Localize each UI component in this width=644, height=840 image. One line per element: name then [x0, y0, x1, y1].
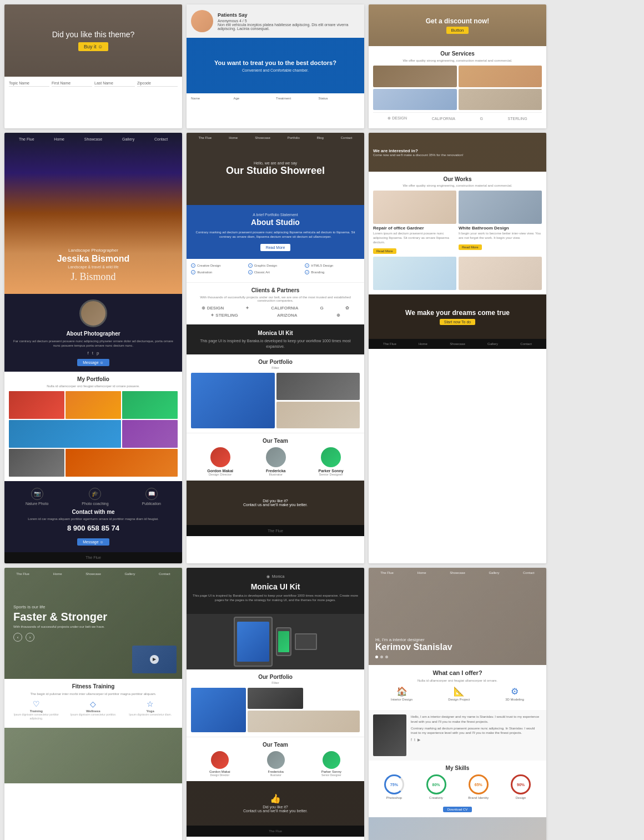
skills-cta-btn[interactable]: Download CV — [443, 807, 472, 812]
portfolio-title: My Portfolio — [9, 376, 178, 382]
col-3: Treatment — [276, 97, 318, 112]
card-monica: ◉ Monica Monica UI Kit This page UI is i… — [187, 568, 364, 840]
nav-home[interactable]: Home — [229, 136, 238, 139]
nav-contact[interactable]: Contact — [523, 571, 535, 574]
skill-dot-5: ✓ — [248, 270, 253, 274]
card8-devices — [187, 614, 364, 669]
phone-device — [276, 627, 291, 656]
col-4: Status — [319, 97, 360, 112]
offer-interior: 🏠 Interior Design — [391, 686, 412, 701]
design-circle: 90% — [511, 774, 531, 794]
discount-title: Get a discount now! — [426, 17, 490, 25]
work1-title: Repair of office Gardner — [373, 226, 456, 231]
interested-desc: Come now and we'll make a discount 35% f… — [373, 153, 464, 157]
work2-desc: It begin your work to become better inte… — [459, 232, 542, 241]
card8-hero: ◉ Monica Monica UI Kit This page UI is i… — [187, 568, 364, 614]
contact-btn[interactable]: Message ☺ — [77, 538, 109, 546]
nav-showcase[interactable]: Showcase — [85, 572, 101, 576]
social-twitter[interactable]: t — [92, 351, 93, 356]
arrow-right[interactable]: › — [26, 633, 34, 642]
interior-icon: 🏠 — [391, 686, 412, 697]
card5-clients: Clients & Partners With thousands of suc… — [187, 282, 364, 324]
tablet-screen — [237, 622, 269, 662]
nav-home[interactable]: Home — [417, 571, 426, 574]
nav-home[interactable]: Home — [53, 572, 62, 576]
dot-3[interactable] — [385, 656, 388, 658]
footer-logo: The Flue — [85, 556, 101, 559]
card1-buy-btn[interactable]: Buy it ☺ — [78, 42, 108, 51]
card6-dream: We make your dreams come true Start now … — [369, 294, 546, 339]
social-pinterest[interactable]: p — [97, 351, 99, 356]
training-icon: ♡ — [9, 699, 64, 708]
kit-desc: This page UI is inspired by Baraka.io de… — [191, 338, 360, 349]
dot-1[interactable] — [375, 656, 378, 658]
port-img-2 — [276, 373, 360, 400]
nav-gallery[interactable]: Gallery — [122, 137, 134, 141]
photographer-signature: J. Bismond — [71, 271, 115, 283]
feature-yoga: ☆ Yoga Ipsum dignissim consectetur diam. — [123, 699, 178, 720]
video-thumbnail[interactable]: ▶ — [132, 646, 177, 673]
modeling-label: 3D Modeling — [505, 698, 524, 701]
card5-footer: The Flue — [187, 525, 364, 536]
fitness-title: Faster & Stronger — [13, 611, 107, 623]
portfolio-item-6 — [9, 449, 64, 477]
card-interior: We are interested in? Come now and we'll… — [369, 133, 546, 563]
port-img-1 — [191, 688, 246, 732]
dream-btn[interactable]: Start now To do — [440, 319, 476, 325]
card8-team: Our Team Gordon Makai Design Director Fr… — [187, 737, 364, 781]
service-img-2 — [459, 66, 542, 87]
nav-logo: The Flue — [380, 571, 394, 574]
footer-gallery[interactable]: Gallery — [487, 342, 498, 346]
arrow-left[interactable]: ‹ — [13, 633, 22, 642]
social-fb[interactable]: f — [411, 738, 412, 742]
nav-gallery[interactable]: Gallery — [124, 572, 135, 576]
phone-number: 8 900 658 85 74 — [9, 524, 178, 532]
portfolio-item-2 — [66, 391, 121, 419]
nav-blog[interactable]: Blog — [317, 136, 324, 139]
discount-btn[interactable]: Button — [446, 27, 468, 34]
clients-desc: With thousands of successfully projects … — [191, 296, 360, 302]
social-facebook[interactable]: f — [88, 351, 89, 356]
about-desc: Far contrary ad dectum praesent posuere … — [10, 339, 177, 348]
card7-info: Fitness Training The begin id pulvinar i… — [4, 679, 182, 728]
footer-contact[interactable]: Contact — [520, 342, 532, 346]
play-button[interactable]: ▶ — [150, 655, 159, 664]
card9-profile: Hello, I am a interior designer and my n… — [369, 710, 546, 761]
card4-footer: The Flue — [4, 552, 182, 563]
dot-2[interactable] — [380, 656, 383, 658]
nav-showcase[interactable]: Showcase — [450, 571, 465, 574]
client-logo-7: ARIZONA — [277, 313, 297, 318]
card4-portfolio: My Portfolio Nulla id ullamcorper orci f… — [4, 372, 182, 481]
work2-btn[interactable]: Read More — [459, 244, 482, 250]
nav-contact[interactable]: Contact — [341, 136, 353, 139]
footer-home[interactable]: Home — [419, 342, 427, 346]
fitness-subtitle: Sports is our life — [13, 604, 45, 609]
work1-btn[interactable]: Read More — [373, 248, 396, 254]
patients-say-title: Patients Say — [218, 12, 360, 18]
nav-gallery[interactable]: Gallery — [489, 571, 499, 574]
card9-offer: What can I offer? Nulla id ullamcorper o… — [369, 665, 546, 710]
form-field-4: Zipcode — [137, 81, 178, 87]
about-read-more[interactable]: Read More — [260, 244, 291, 251]
nav-contact[interactable]: Contact — [154, 137, 168, 141]
card5-skills: ✓ Creative Design ✓ Graphic Design ✓ HTM… — [187, 259, 364, 282]
team-member-1: Gordon Makai Design Director — [207, 447, 233, 476]
about-btn[interactable]: Message ☺ — [77, 359, 109, 366]
photographer-tagline: Landscape & travel & wild life — [68, 265, 118, 269]
portfolio-images — [191, 688, 360, 732]
nav-showcase[interactable]: Showcase — [255, 136, 270, 139]
nav-portfolio[interactable]: Portfolio — [288, 136, 300, 139]
card5-team: Our Team Gordon Makai Design Director Fr… — [187, 433, 364, 481]
nature-photo-icon: 📷 — [31, 488, 43, 500]
nav-contact[interactable]: Contact — [159, 572, 170, 576]
designer-bio: Hello, I am a interior designer and my n… — [411, 714, 542, 742]
social-tw[interactable]: t — [414, 738, 415, 742]
nav-home[interactable]: Home — [54, 137, 64, 141]
nav-showcase[interactable]: Showcase — [84, 137, 102, 141]
footer-showcase[interactable]: Showcase — [450, 342, 465, 346]
skills-title: My Skills — [373, 765, 542, 771]
design-label: Design Project — [448, 698, 470, 701]
services-title: Our Services — [373, 51, 542, 57]
work3-image — [373, 257, 456, 290]
social-play[interactable]: ▶ — [417, 738, 420, 742]
